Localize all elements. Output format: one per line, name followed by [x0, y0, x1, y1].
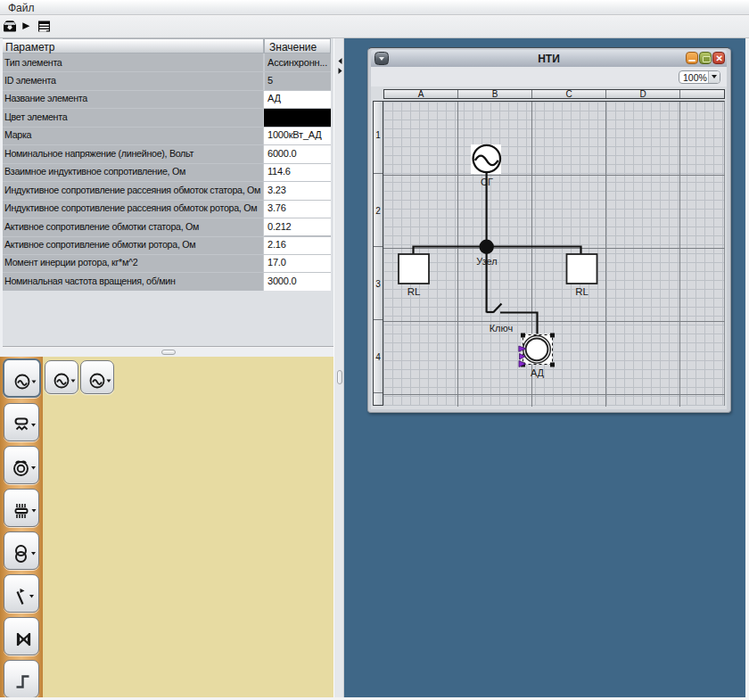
svg-text:Ключ: Ключ [490, 323, 514, 334]
svg-text:АД: АД [531, 367, 545, 378]
svg-text:Узел: Узел [476, 256, 497, 267]
svg-text:RL: RL [575, 286, 588, 297]
svg-text:RL: RL [407, 286, 421, 297]
